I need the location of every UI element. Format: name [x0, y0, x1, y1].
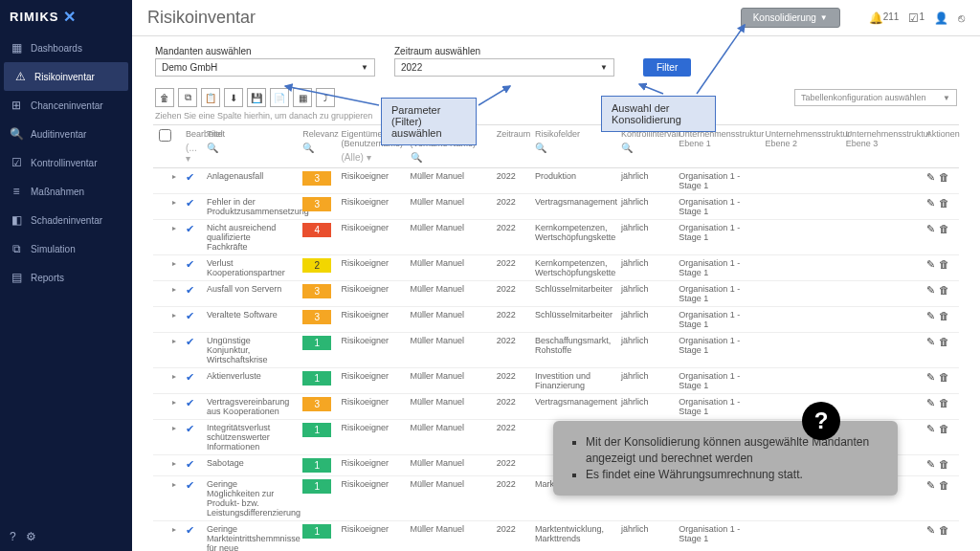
konsolidierung-button[interactable]: Konsolidierung ▼ — [741, 8, 840, 28]
delete-icon[interactable]: 🗑 — [939, 423, 949, 435]
period-select[interactable]: 2022 ▼ — [394, 58, 614, 77]
expand-icon[interactable]: ▸ — [172, 372, 176, 381]
expand-icon[interactable]: ▸ — [172, 259, 176, 268]
check-icon[interactable]: ☑1 — [908, 11, 924, 25]
edit-icon[interactable]: ✎ — [926, 223, 935, 235]
bell-icon[interactable]: 🔔211 — [869, 11, 900, 25]
sidebar-item-8[interactable]: ▤Reports — [0, 263, 132, 292]
cell-riskfields: Schlüsselmitarbeiter — [529, 307, 615, 333]
cell-title: Geringe Möglichkeiten zur Produkt- bzw. … — [201, 476, 297, 521]
expand-icon[interactable]: ▸ — [172, 525, 176, 534]
cell-riskfields: Investition und Finanzierung — [529, 368, 615, 394]
tool-export-icon[interactable]: ⤴ — [316, 88, 335, 107]
edit-icon[interactable]: ✎ — [926, 171, 935, 184]
col-org3[interactable]: Unternehmensstruktur Ebene 3 — [840, 125, 921, 168]
expand-icon[interactable]: ▸ — [172, 198, 176, 207]
tool-grid-icon[interactable]: ▦ — [293, 88, 312, 107]
sidebar-item-6[interactable]: ◧Schadeninventar — [0, 206, 132, 234]
expand-icon[interactable]: ▸ — [172, 285, 176, 294]
delete-icon[interactable]: 🗑 — [939, 197, 949, 209]
cell-owner: Risikoeigner — [335, 307, 404, 333]
delete-icon[interactable]: 🗑 — [939, 310, 949, 322]
cell-owner: Risikoeigner — [335, 420, 404, 455]
nav-icon: ≡ — [10, 185, 23, 198]
cell-riskfields: Kernkompetenzen, Wertschöpfungskette — [529, 255, 615, 281]
delete-icon[interactable]: 🗑 — [939, 284, 949, 297]
edit-icon[interactable]: ✎ — [926, 258, 935, 271]
expand-icon[interactable]: ▸ — [172, 459, 176, 468]
cell-title: Ausfall von Servern — [201, 281, 297, 307]
col-edited[interactable]: Bearbeitet(... ▾ — [180, 125, 201, 168]
expand-icon[interactable]: ▸ — [172, 480, 176, 489]
edit-icon[interactable]: ✎ — [926, 397, 935, 409]
col-period[interactable]: Zeitraum — [491, 125, 529, 168]
col-actions[interactable]: Aktionen — [921, 125, 959, 168]
mandant-select[interactable]: Demo GmbH ▼ — [155, 58, 375, 77]
page-title: Risikoinventar — [147, 8, 256, 28]
tool-paste-icon[interactable]: 📋 — [201, 88, 220, 107]
edited-check-icon: ✔ — [186, 223, 194, 234]
cell-title: Vertragsvereinbarung aus Kooperationen — [201, 394, 297, 420]
expand-icon[interactable]: ▸ — [172, 337, 176, 345]
tool-download-icon[interactable]: ⬇ — [224, 88, 243, 107]
delete-icon[interactable]: 🗑 — [939, 479, 949, 492]
delete-icon[interactable]: 🗑 — [939, 171, 949, 184]
edit-icon[interactable]: ✎ — [926, 197, 935, 209]
user-icon[interactable]: 👤 — [934, 11, 948, 25]
edit-icon[interactable]: ✎ — [926, 479, 935, 492]
delete-icon[interactable]: 🗑 — [939, 258, 949, 271]
expand-icon[interactable]: ▸ — [172, 398, 176, 407]
edit-icon[interactable]: ✎ — [926, 423, 935, 435]
sidebar-item-0[interactable]: ▦Dashboards — [0, 33, 132, 62]
col-title[interactable]: Titel🔍 — [201, 125, 297, 168]
sidebar-item-5[interactable]: ≡Maßnahmen — [0, 177, 132, 206]
cell-period: 2022 — [491, 168, 529, 194]
logout-icon[interactable]: ⎋ — [958, 11, 965, 25]
help-bubble-icon[interactable]: ? — [802, 402, 840, 440]
delete-icon[interactable]: 🗑 — [939, 458, 949, 471]
tool-save-icon[interactable]: 💾 — [247, 88, 266, 107]
tool-clipboard-icon[interactable]: 📄 — [270, 88, 289, 107]
col-relevance[interactable]: Relevanz🔍 — [297, 125, 335, 168]
tool-copy-icon[interactable]: ⧉ — [178, 88, 197, 107]
cell-owner: Risikoeigner — [335, 168, 404, 194]
expand-icon[interactable]: ▸ — [172, 424, 176, 432]
col-org2[interactable]: Unternehmensstruktur Ebene 2 — [759, 125, 839, 168]
sidebar-item-2[interactable]: ⊞Chanceninventar — [0, 91, 132, 120]
header: Risikoinventar Konsolidierung ▼ 🔔211 ☑1 … — [132, 0, 980, 36]
sidebar-item-4[interactable]: ☑Kontrollinventar — [0, 148, 132, 177]
nav-label: Risikoinventar — [34, 72, 95, 82]
edit-icon[interactable]: ✎ — [926, 458, 935, 471]
delete-icon[interactable]: 🗑 — [939, 336, 949, 348]
delete-icon[interactable]: 🗑 — [939, 223, 949, 235]
expand-icon[interactable]: ▸ — [172, 224, 176, 232]
cell-title: Nicht ausreichend qualifizierte Fachkräf… — [201, 220, 297, 255]
edit-icon[interactable]: ✎ — [926, 336, 935, 348]
nav-icon: ▤ — [10, 271, 23, 284]
table-config-select[interactable]: Tabellenkonfiguration auswählen ▼ — [794, 89, 957, 106]
tool-delete-icon[interactable]: 🗑 — [155, 88, 174, 107]
edit-icon[interactable]: ✎ — [926, 524, 935, 537]
expand-icon[interactable]: ▸ — [172, 311, 176, 320]
sidebar-item-3[interactable]: 🔍Auditinventar — [0, 120, 132, 148]
select-all-checkbox[interactable] — [159, 129, 171, 142]
sidebar-item-1[interactable]: ⚠Risikoinventar — [4, 62, 128, 91]
table-row: ▸✔Ausfall von Servern3RisikoeignerMüller… — [153, 281, 959, 307]
help-icon[interactable]: ? — [10, 530, 16, 543]
settings-icon[interactable]: ⚙ — [26, 530, 36, 543]
nav-icon: ⧉ — [10, 242, 23, 255]
cell-owner-name: Müller Manuel — [405, 220, 491, 255]
expand-icon[interactable]: ▸ — [172, 172, 176, 181]
delete-icon[interactable]: 🗑 — [939, 371, 949, 384]
cell-org1: Organisation 1 - Stage 1 — [673, 307, 759, 333]
period-value: 2022 — [401, 62, 422, 73]
nav-label: Simulation — [31, 244, 76, 254]
main: Risikoinventar Konsolidierung ▼ 🔔211 ☑1 … — [132, 0, 980, 551]
filter-button[interactable]: Filter — [643, 58, 691, 77]
edit-icon[interactable]: ✎ — [926, 310, 935, 322]
edit-icon[interactable]: ✎ — [926, 284, 935, 297]
edit-icon[interactable]: ✎ — [926, 371, 935, 384]
sidebar-item-7[interactable]: ⧉Simulation — [0, 234, 132, 263]
delete-icon[interactable]: 🗑 — [939, 524, 949, 537]
delete-icon[interactable]: 🗑 — [939, 397, 949, 409]
